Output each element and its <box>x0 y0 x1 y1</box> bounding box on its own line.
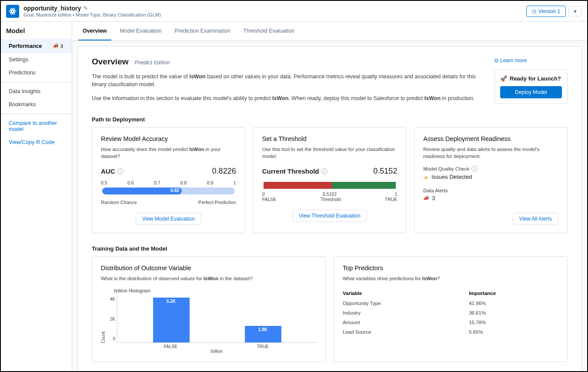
text: What variables drive predictions for <box>343 276 422 281</box>
text: Perfect Prediction <box>198 200 236 205</box>
text: Current Threshold <box>262 168 319 175</box>
link-text: Learn more <box>500 57 527 64</box>
issues-detected: ▲ Issues Detected <box>423 174 558 180</box>
tab-overview[interactable]: Overview <box>78 22 111 40</box>
bar-true: 1.9K <box>245 326 281 342</box>
table-row: Amount15.78% <box>343 318 558 327</box>
text-bold: IsWon <box>422 276 437 281</box>
app-title: opportunity_history <box>23 5 81 12</box>
table-row: Opportunity Type41.96% <box>343 298 558 308</box>
tab-threshold-evaluation[interactable]: Threshold Evaluation <box>239 22 298 40</box>
data-alerts-count: 📣 3 <box>423 195 558 201</box>
text-bold: IsWon <box>204 276 218 281</box>
card-sub: Use this tool to set the threshold value… <box>262 146 398 160</box>
deploy-model-button[interactable]: Deploy Model <box>500 86 562 98</box>
overview-desc-1: The model is built to predict the value … <box>92 73 486 88</box>
tick: 4K <box>108 297 115 302</box>
auc-foot: Random Chance Perfect Prediction <box>101 200 236 205</box>
threshold-bar <box>264 182 396 189</box>
col-header-variable: Variable <box>343 288 469 298</box>
threshold-true-region <box>332 182 396 189</box>
text-bold: IsWon <box>189 74 205 80</box>
x-axis-label: IsWon <box>117 349 317 354</box>
compare-model-link[interactable]: Compare to another model <box>1 117 72 136</box>
sidebar-item-settings[interactable]: Settings <box>1 53 72 66</box>
sidebar-title: Model <box>1 22 72 39</box>
megaphone-icon: 📣 <box>423 195 429 201</box>
view-r-code-link[interactable]: View/Copy R Code <box>1 136 72 149</box>
text-bold: IsWon <box>424 95 441 101</box>
tick: TRUE <box>244 344 281 349</box>
auc-bar: 0.82 <box>102 188 235 194</box>
tab-model-evaluation[interactable]: Model Evaluation <box>116 22 166 40</box>
app-subtitle: Goal: Maximize IsWon • Model Type: Binar… <box>23 12 526 17</box>
model-quality-label: Model Quality Check i <box>423 166 558 172</box>
text: Threshold <box>321 197 341 202</box>
text: Random Chance <box>101 200 137 205</box>
card-title: Assess Deployment Readiness <box>423 135 558 142</box>
view-threshold-evaluation-button[interactable]: View Threshold Evaluation <box>292 210 367 222</box>
text: Model Quality Check <box>423 166 469 171</box>
info-icon[interactable]: i <box>471 166 478 172</box>
data-alerts-label: Data Alerts <box>423 188 558 193</box>
sidebar-item-label: Performance <box>9 43 42 49</box>
version-label: Version 1 <box>538 8 560 14</box>
tick: 0.9 <box>207 180 214 185</box>
view-all-alerts-button[interactable]: View All Alerts <box>513 213 558 225</box>
info-icon[interactable]: i <box>117 168 124 174</box>
learn-more-link[interactable]: ⧉ Learn more <box>494 57 527 64</box>
auc-fill-label: 0.82 <box>170 188 179 193</box>
bar-false: 5.2K <box>153 298 190 343</box>
text-bold: IsWon <box>272 95 288 101</box>
y-axis-ticks: 4K 2K 0 <box>107 295 117 343</box>
overview-title: Overview <box>92 57 129 67</box>
svg-point-0 <box>12 10 14 12</box>
cell: 15.78% <box>469 318 558 327</box>
predictors-table: Variable Importance Opportunity Type41.9… <box>343 288 558 337</box>
threshold-sublabels: FALSE Threshold TRUE <box>262 197 398 202</box>
divider <box>1 114 72 114</box>
clock-icon: ◷ <box>532 8 536 14</box>
badge-count: 3 <box>60 44 63 49</box>
threshold-ticks: 0 0.5152 1 <box>262 191 398 197</box>
tabs: Overview Model Evaluation Prediction Exa… <box>72 22 587 41</box>
cell: 41.96% <box>469 298 558 308</box>
text: The model is built to predict the value … <box>92 74 189 80</box>
threshold-card: Set a Threshold Use this tool to set the… <box>253 127 407 233</box>
card-sub: Review quality and data alerts to assess… <box>423 146 558 160</box>
version-button[interactable]: ◷ Version 1 <box>526 6 566 17</box>
sidebar: Model Performance 📣 3 Settings Predictio… <box>1 22 72 371</box>
header-dropdown-button[interactable]: ▼ <box>568 6 582 17</box>
cell: Amount <box>343 318 469 327</box>
chart-title: IsWon Histogram <box>114 288 317 293</box>
info-icon[interactable]: i <box>321 168 327 174</box>
training-section-title: Training Data and the Model <box>92 245 568 252</box>
rocket-icon: 🚀 <box>500 75 507 82</box>
path-section-title: Path to Deployment <box>92 116 568 123</box>
top-predictors-card: Top Predictors What variables drive pred… <box>334 256 568 362</box>
view-model-evaluation-button[interactable]: View Model Evaluation <box>136 213 201 225</box>
auc-value: 0.8226 <box>212 167 236 176</box>
auc-fill: 0.82 <box>102 188 182 194</box>
review-accuracy-card: Review Model Accuracy How accurately doe… <box>92 127 245 233</box>
text: FALSE <box>262 197 277 202</box>
histogram: IsWon Histogram Count 4K 2K 0 5.2K <box>101 288 317 354</box>
tick: 0.6 <box>127 180 134 185</box>
cell: 5.65% <box>469 327 558 337</box>
external-link-icon: ⧉ <box>494 57 498 64</box>
overview-desc-2: Use the information in this section to e… <box>92 94 486 102</box>
text: in the dataset? <box>218 276 253 281</box>
sidebar-item-predictions[interactable]: Predictions <box>1 66 72 79</box>
tick: FALSE <box>152 344 189 349</box>
tab-prediction-examination[interactable]: Prediction Examination <box>170 22 235 40</box>
tick: 0.5152 <box>323 191 337 197</box>
table-row: Lead Source5.65% <box>343 327 558 337</box>
warning-icon: ▲ <box>423 174 429 180</box>
sidebar-item-performance[interactable]: Performance 📣 3 <box>1 39 72 53</box>
text: How accurately does this model predict <box>101 147 189 152</box>
sidebar-item-bookmarks[interactable]: Bookmarks <box>1 98 72 111</box>
divider <box>1 82 72 82</box>
edit-icon[interactable]: ✎ <box>84 5 88 11</box>
sidebar-item-data-insights[interactable]: Data Insights <box>1 85 72 98</box>
col-header-importance: Importance <box>469 288 558 298</box>
